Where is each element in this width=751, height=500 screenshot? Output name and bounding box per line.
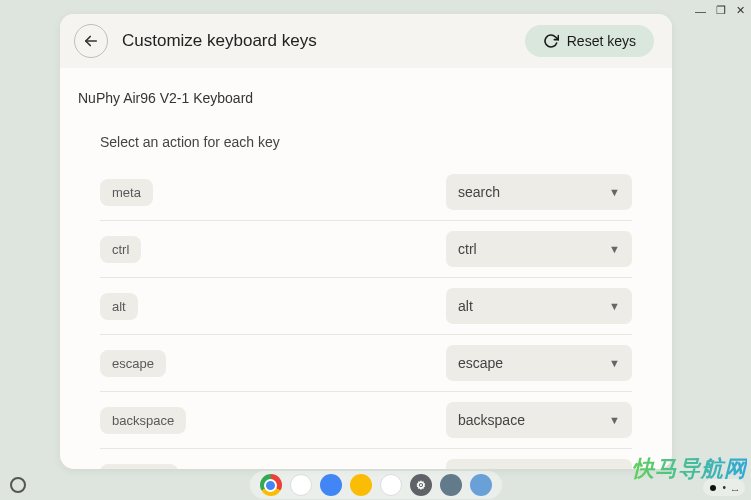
reset-keys-label: Reset keys — [567, 33, 636, 49]
page-title: Customize keyboard keys — [122, 31, 511, 51]
chevron-down-icon: ▼ — [609, 357, 620, 369]
content-area: NuPhy Air96 V2-1 Keyboard Select an acti… — [60, 68, 672, 469]
status-dot-icon — [710, 485, 716, 491]
action-select-capslock[interactable]: caps lock ▼ — [446, 459, 632, 469]
chevron-down-icon: ▼ — [609, 300, 620, 312]
action-select-ctrl[interactable]: ctrl ▼ — [446, 231, 632, 267]
gmail-icon[interactable]: M — [290, 474, 312, 496]
key-row-alt: alt alt ▼ — [100, 278, 632, 335]
close-button[interactable]: ✕ — [736, 4, 745, 17]
key-row-capslock: caps lock caps lock ▼ — [100, 449, 632, 469]
key-chip: meta — [100, 179, 153, 206]
back-button[interactable] — [74, 24, 108, 58]
window-controls: — ❐ ✕ — [695, 4, 745, 17]
chevron-down-icon: ▼ — [609, 414, 620, 426]
app-icon[interactable] — [440, 474, 462, 496]
key-chip: backspace — [100, 407, 186, 434]
action-select-escape[interactable]: escape ▼ — [446, 345, 632, 381]
keep-icon[interactable] — [350, 474, 372, 496]
app-icon[interactable] — [470, 474, 492, 496]
refresh-icon — [543, 33, 559, 49]
key-remap-list: meta search ▼ ctrl ctrl ▼ alt — [78, 164, 654, 469]
key-row-meta: meta search ▼ — [100, 164, 632, 221]
arrow-left-icon — [82, 32, 100, 50]
key-chip: escape — [100, 350, 166, 377]
desktop: — ❐ ✕ Customize keyboard keys Reset keys… — [0, 0, 751, 500]
action-select-alt[interactable]: alt ▼ — [446, 288, 632, 324]
watermark: 快马导航网 — [632, 454, 747, 484]
action-select-value: alt — [458, 298, 473, 314]
section-label-keys: Select an action for each key — [100, 134, 654, 150]
header-bar: Customize keyboard keys Reset keys — [60, 14, 672, 68]
key-chip: caps lock — [100, 464, 178, 470]
shelf-app-row: M ▶ ⚙ — [250, 471, 502, 499]
action-select-value: ctrl — [458, 241, 477, 257]
settings-icon[interactable]: ⚙ — [410, 474, 432, 496]
chevron-down-icon: ▼ — [609, 186, 620, 198]
key-row-escape: escape escape ▼ — [100, 335, 632, 392]
chrome-icon[interactable] — [260, 474, 282, 496]
settings-window: Customize keyboard keys Reset keys NuPhy… — [60, 14, 672, 469]
maximize-button[interactable]: ❐ — [716, 4, 726, 17]
reset-keys-button[interactable]: Reset keys — [525, 25, 654, 57]
key-chip: alt — [100, 293, 138, 320]
chevron-down-icon: ▼ — [609, 243, 620, 255]
action-select-meta[interactable]: search ▼ — [446, 174, 632, 210]
action-select-backspace[interactable]: backspace ▼ — [446, 402, 632, 438]
action-select-value: escape — [458, 355, 503, 371]
action-select-value: backspace — [458, 412, 525, 428]
key-row-backspace: backspace backspace ▼ — [100, 392, 632, 449]
minimize-button[interactable]: — — [695, 5, 706, 17]
keyboard-name: NuPhy Air96 V2-1 Keyboard — [78, 90, 654, 106]
key-chip: ctrl — [100, 236, 141, 263]
key-row-ctrl: ctrl ctrl ▼ — [100, 221, 632, 278]
youtube-icon[interactable]: ▶ — [380, 474, 402, 496]
action-select-value: search — [458, 184, 500, 200]
docs-icon[interactable] — [320, 474, 342, 496]
